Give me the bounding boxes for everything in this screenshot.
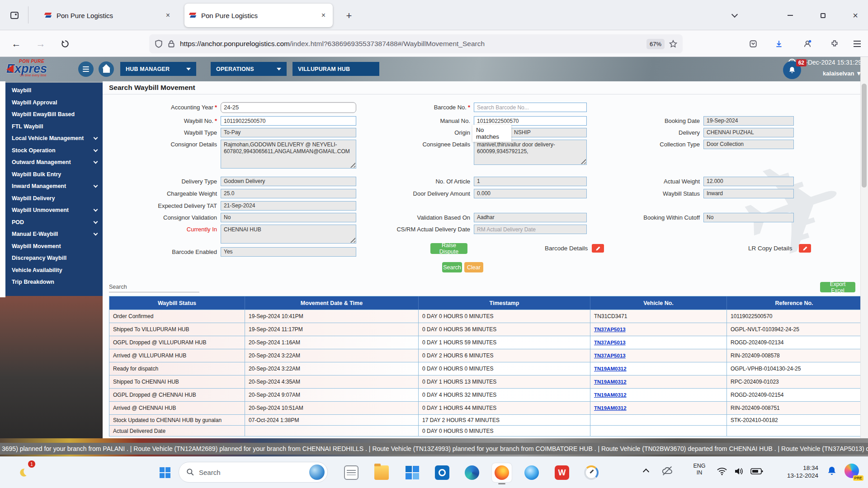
new-tab-button[interactable]: + [341,8,357,23]
sidebar-item-ftl-waybill[interactable]: FTL Waybill [5,121,103,133]
consignor-details-textarea[interactable]: Rajmohan,GODOWN DELIVERY @ NEYVELI-60780… [221,140,356,169]
list-tabs-chevron-icon[interactable] [726,8,744,23]
user-menu[interactable]: kalaiselvan ▼ [823,70,862,77]
edge-secondary-icon[interactable] [522,463,542,482]
back-button[interactable]: ← [8,36,24,52]
firefox-icon[interactable] [492,463,512,482]
tab-close-icon[interactable]: × [163,10,173,20]
clear-button[interactable]: Clear [464,262,483,272]
barcode-details-edit-button[interactable] [592,244,604,253]
outlook-icon[interactable] [432,463,452,482]
sidebar-item-waybill-delivery[interactable]: Waybill Delivery [5,192,103,205]
chevron-down-icon [94,207,98,212]
home-button[interactable] [99,61,114,77]
vehicle-link[interactable]: TN37AP5013 [594,340,626,345]
module-dropdown[interactable]: OPERATIONS [211,62,287,76]
downloads-icon[interactable] [771,36,787,52]
menu-icon[interactable] [849,36,865,52]
notifications-button[interactable]: 62 [783,61,801,79]
edge-icon[interactable] [462,463,482,482]
microsoft-365-icon[interactable] [402,463,422,482]
sidebar-item-waybill-approval[interactable]: Waybill Approval [5,97,103,109]
snipping-tool-icon[interactable] [581,463,601,482]
page-scrollbar-thumb[interactable] [862,84,867,188]
resize-grip-icon[interactable] [580,158,586,164]
document-app-icon[interactable] [341,463,361,482]
vehicle-link[interactable]: TN19AM0312 [594,366,627,371]
pocket-icon[interactable] [745,36,761,52]
search-button[interactable]: Search [442,262,462,272]
vehicle-link[interactable]: TN37AP5013 [594,327,626,332]
sidebar-item-waybill-unmovement[interactable]: Waybill Unmovement [5,204,103,216]
reload-button[interactable] [57,36,73,52]
taskbar-clock[interactable]: 18:3413-12-2024 [769,464,818,479]
tab-close-icon[interactable]: × [319,10,328,20]
sidebar-item-waybill[interactable]: Waybill [5,84,103,97]
url-bar[interactable]: https://anchor.ponpurelogistics.com/inde… [149,34,683,53]
firefox-view-icon[interactable] [6,7,23,23]
sidebar-item-waybill-ewaybill-based[interactable]: Waybill EwayBill Based [5,108,103,121]
taskbar-search[interactable]: Search [179,462,328,483]
sidebar-item-stock-operation[interactable]: Stock Operation [5,145,103,157]
menu-toggle-button[interactable] [78,61,94,77]
currently-in-textarea[interactable]: CHENNAI HUB [221,225,356,244]
no-of-article-field: 1 [474,177,587,186]
accounting-year-select[interactable]: 24-25 [221,102,356,113]
wifi-icon[interactable] [717,467,727,478]
file-explorer-icon[interactable] [372,463,392,482]
browser-tab-1[interactable]: Pon Pure Logistics × [40,4,177,27]
vehicle-link[interactable]: TN19AM0312 [594,379,627,385]
volume-icon[interactable] [733,467,744,478]
sidebar-item-local-vehicle-management[interactable]: Local Vehicle Management [5,132,103,145]
consignee-details-textarea[interactable]: manivel,thiruvallur door delivery-600099… [474,140,587,165]
window-maximize-button[interactable] [814,8,832,23]
sidebar-item-manual-e-waybill[interactable]: Manual E-Waybill [5,228,103,240]
role-dropdown[interactable]: HUB MANAGER [120,62,196,76]
url-text[interactable]: https://anchor.ponpurelogistics.com/inde… [180,40,642,48]
window-close-button[interactable]: × [846,8,864,23]
forward-button[interactable]: → [33,36,49,52]
sidebar-item-vehicle-availability[interactable]: Vehicle Availability [5,264,103,277]
results-filter-label[interactable]: Search [109,284,127,290]
sidebar-item-inward-management[interactable]: Inward Management [5,180,103,192]
resize-grip-icon[interactable] [349,161,355,168]
taskbar-notifications-bell[interactable] [826,465,837,478]
tracking-shield-icon[interactable] [155,40,163,48]
vehicle-link[interactable]: TN19AM0312 [594,392,627,398]
window-minimize-button[interactable] [781,8,799,23]
search-highlight-icon[interactable] [309,465,325,480]
barcode-no-input[interactable] [474,103,587,112]
raise-dispute-button[interactable]: Raise Dispute [430,243,467,254]
browser-tab-2-active[interactable]: Pon Pure Logistics × [184,4,333,27]
sidebar-item-discrepancy-waybill[interactable]: Discrepancy Waybill [5,252,103,264]
lock-icon[interactable] [167,40,175,48]
copilot-icon[interactable]: PRE [844,464,860,479]
account-icon[interactable] [799,36,816,52]
extensions-icon[interactable] [826,36,843,52]
waybill-no-input[interactable] [221,116,356,126]
zoom-level-badge[interactable]: 67% [646,39,665,49]
export-excel-button[interactable]: Export Excel [820,282,855,292]
csrm-actual-delivery-date-input[interactable] [474,225,587,234]
vehicle-link[interactable]: TN19AM0312 [594,405,627,411]
column-header-reference-no: Reference No. [727,296,860,310]
lr-copy-details-edit-button[interactable] [799,244,811,253]
lr-copy-details-label: LR Copy Details [748,245,793,252]
ponpure-logo: PON PURE Expres On time every time [6,59,74,80]
sidebar-item-trip-breakdown[interactable]: Trip Breakdown [5,276,103,288]
battery-icon[interactable] [750,468,763,477]
hidden-icons-chevron[interactable] [644,468,648,474]
wps-office-icon[interactable]: W [552,463,572,482]
sidebar-item-pod[interactable]: POD [5,216,103,229]
sidebar-item-waybill-movement[interactable]: Waybill Movement [5,240,103,253]
weather-widget[interactable]: 1 [13,463,33,482]
manual-no-input[interactable] [474,116,587,126]
resize-grip-icon[interactable] [349,236,355,243]
language-indicator[interactable]: ENGIN [689,463,709,476]
sidebar-item-outward-management[interactable]: Outward Management [5,156,103,169]
vehicle-link[interactable]: TN37AP5013 [594,353,626,358]
start-button[interactable] [155,463,175,482]
sidebar-item-waybill-bulk-entry[interactable]: Waybill Bulk Entry [5,169,103,181]
bookmark-star-icon[interactable] [669,40,677,48]
onedrive-offline-icon[interactable] [661,465,674,478]
